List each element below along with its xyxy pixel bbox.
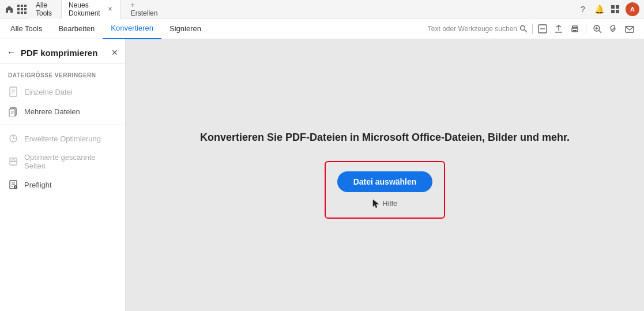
scan-icon — [8, 156, 18, 167]
single-file-label: Einzelne Datei — [24, 88, 73, 96]
create-label: + Erstellen — [131, 1, 158, 17]
menu-bearbeiten[interactable]: Bearbeiten — [50, 18, 103, 39]
main-description: Konvertieren Sie PDF-Dateien in Microsof… — [200, 132, 570, 144]
sidebar-section-label: DATEIGRÖSSE VERRINGERN — [0, 64, 125, 82]
sidebar-item-erweiterte-optimierung[interactable]: Erweiterte Optimierung — [0, 129, 125, 148]
svg-rect-2 — [611, 10, 615, 13]
sidebar-divider-1 — [0, 125, 125, 125]
tab-label: Neues Dokument — [69, 1, 103, 17]
sidebar-item-preflight[interactable]: Preflight — [0, 175, 125, 194]
svg-rect-22 — [9, 109, 15, 117]
search-placeholder: Text oder Werkzeuge suchen — [428, 25, 517, 33]
menu-search-area: Text oder Werkzeuge suchen — [428, 24, 642, 34]
title-bar-right: ? 🔔 A — [577, 2, 644, 16]
svg-rect-30 — [12, 160, 15, 162]
multiple-files-label: Mehrere Dateien — [24, 107, 80, 116]
svg-rect-0 — [611, 5, 615, 9]
sidebar: ← PDF komprimieren ✕ DATEIGRÖSSE VERRING… — [0, 39, 126, 311]
upload-icon[interactable] — [553, 24, 564, 34]
erweiterte-optimierung-label: Erweiterte Optimierung — [24, 134, 101, 143]
multiple-files-icon — [8, 106, 18, 117]
svg-rect-10 — [573, 26, 577, 28]
title-bar: Alle Tools Neues Dokument ✕ + Erstellen … — [0, 0, 644, 18]
sidebar-item-einzelne-datei[interactable]: Einzelne Datei — [0, 82, 125, 102]
toolbar-icons — [537, 24, 635, 34]
user-initial: A — [630, 6, 635, 13]
menu-alle-tools[interactable]: Alle Tools — [2, 18, 50, 39]
optimierte-seiten-label: Optimierte gescannte Seiten — [24, 153, 117, 170]
search-icon — [519, 25, 528, 33]
menu-konvertieren-label: Konvertieren — [111, 24, 153, 32]
button-box: Datei auswählen Hilfe — [325, 161, 446, 219]
waffle-icon[interactable] — [17, 5, 27, 14]
menu-signieren-label: Signieren — [170, 24, 201, 33]
svg-marker-38 — [373, 200, 379, 208]
toolbar-separator-2 — [586, 24, 586, 34]
sidebar-title: PDF komprimieren — [21, 48, 107, 58]
content-area: Konvertieren Sie PDF-Dateien in Microsof… — [126, 39, 644, 311]
menu-signieren[interactable]: Signieren — [161, 18, 209, 39]
main-layout: ← PDF komprimieren ✕ DATEIGRÖSSE VERRING… — [0, 39, 644, 311]
email-icon[interactable] — [624, 24, 635, 34]
svg-rect-8 — [555, 32, 562, 33]
search-box[interactable]: Text oder Werkzeuge suchen — [428, 25, 528, 33]
svg-rect-11 — [573, 30, 577, 31]
user-avatar[interactable]: A — [626, 2, 639, 16]
preflight-label: Preflight — [24, 181, 52, 189]
svg-rect-1 — [616, 5, 619, 9]
menu-konvertieren[interactable]: Konvertieren — [103, 18, 161, 39]
print-icon[interactable] — [570, 24, 580, 34]
sidebar-item-optimierte-seiten[interactable]: Optimierte gescannte Seiten — [0, 148, 125, 175]
sidebar-back-button[interactable]: ← — [7, 47, 16, 58]
bell-icon[interactable]: 🔔 — [593, 3, 605, 15]
zoom-icon[interactable] — [592, 24, 602, 34]
svg-line-13 — [599, 31, 601, 33]
svg-line-5 — [525, 30, 527, 32]
home-button[interactable] — [5, 1, 14, 17]
menu-bearbeiten-label: Bearbeiten — [58, 24, 95, 33]
svg-rect-3 — [616, 10, 619, 13]
hilfe-text: Hilfe — [382, 199, 397, 208]
help-icon[interactable]: ? — [577, 3, 589, 15]
hilfe-link[interactable]: Hilfe — [372, 199, 398, 209]
alle-tools-label: Alle Tools — [36, 1, 52, 17]
tab-close-button[interactable]: ✕ — [107, 5, 112, 14]
single-file-icon — [8, 87, 18, 97]
datei-auswählen-button[interactable]: Datei auswählen — [337, 171, 433, 192]
optimization-icon — [8, 133, 18, 144]
link-icon[interactable] — [608, 24, 619, 34]
menu-bar: Alle Tools Bearbeiten Konvertieren Signi… — [0, 18, 644, 39]
preflight-icon — [8, 179, 18, 190]
active-tab[interactable]: Neues Dokument ✕ — [61, 0, 120, 18]
toolbar-separator-1 — [532, 24, 533, 34]
cursor-icon — [372, 199, 379, 208]
create-button[interactable]: + Erstellen — [124, 0, 165, 18]
grid-icon[interactable] — [609, 3, 621, 15]
sidebar-header: ← PDF komprimieren ✕ — [0, 39, 125, 64]
menu-alle-tools-label: Alle Tools — [10, 24, 42, 33]
title-bar-left: Alle Tools Neues Dokument ✕ + Erstellen — [0, 0, 127, 18]
alle-tools-tab[interactable]: Alle Tools — [30, 0, 58, 18]
svg-point-4 — [521, 25, 525, 30]
sidebar-item-mehrere-dateien[interactable]: Mehrere Dateien — [0, 102, 125, 121]
share-icon[interactable] — [537, 24, 548, 34]
sidebar-close-button[interactable]: ✕ — [111, 48, 118, 57]
